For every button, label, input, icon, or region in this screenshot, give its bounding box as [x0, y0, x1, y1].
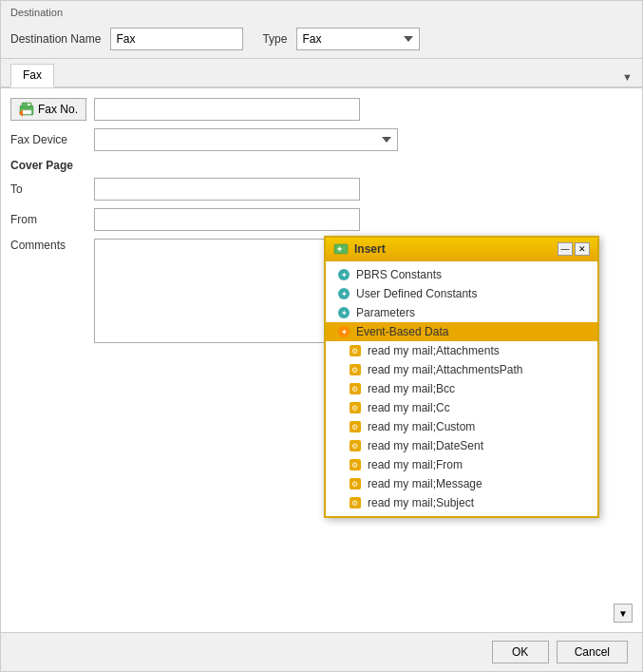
svg-text:✦: ✦	[341, 290, 348, 298]
item-label-cc: read my mail;Cc	[368, 401, 450, 414]
svg-text:⚙: ⚙	[351, 423, 358, 432]
fax-device-select[interactable]	[94, 128, 398, 151]
to-row: To	[10, 178, 633, 201]
svg-text:✦: ✦	[341, 328, 348, 336]
fax-no-input[interactable]	[94, 98, 360, 121]
item-icon-subject: ⚙	[349, 496, 362, 509]
dest-name-label: Destination Name	[10, 32, 101, 46]
item-label-message: read my mail;Message	[368, 477, 482, 490]
item-icon-datesent: ⚙	[349, 439, 362, 452]
insert-popup-body: ✦PBRS Constants✦User Defined Constants✦P…	[326, 261, 597, 516]
insert-item-pbrs[interactable]: ✦PBRS Constants	[326, 265, 597, 284]
svg-rect-2	[28, 104, 30, 106]
item-icon-cc: ⚙	[349, 401, 362, 414]
insert-popup-title: ✦ Insert	[333, 241, 386, 257]
insert-item-attachments[interactable]: ⚙read my mail;Attachments	[326, 341, 597, 360]
svg-text:⚙: ⚙	[351, 442, 358, 451]
footer-section: OK Cancel	[1, 632, 642, 671]
tab-scroll-arrow[interactable]: ▼	[622, 71, 633, 83]
item-label-bcc: read my mail;Bcc	[368, 382, 455, 395]
item-icon-udc: ✦	[337, 287, 350, 300]
insert-popup: ✦ Insert — ✕ ✦PBRS Constants✦User Define…	[324, 236, 599, 518]
svg-text:⚙: ⚙	[351, 499, 358, 508]
fax-device-label: Fax Device	[10, 133, 86, 146]
item-icon-from: ⚙	[349, 458, 362, 471]
svg-text:✦: ✦	[341, 309, 348, 317]
item-label-datesent: read my mail;DateSent	[368, 439, 483, 452]
scroll-down-btn[interactable]: ▼	[614, 604, 633, 623]
item-icon-ebd: ✦	[337, 325, 350, 338]
insert-item-datesent[interactable]: ⚙read my mail;DateSent	[326, 436, 597, 455]
insert-item-cc[interactable]: ⚙read my mail;Cc	[326, 398, 597, 417]
insert-item-subject[interactable]: ⚙read my mail;Subject	[326, 493, 597, 512]
item-label-params: Parameters	[356, 306, 415, 319]
item-icon-attachments: ⚙	[349, 344, 362, 357]
item-label-pbrs: PBRS Constants	[356, 268, 442, 281]
svg-rect-3	[22, 110, 31, 114]
window-title: Destination	[1, 1, 642, 22]
comments-label: Comments	[10, 239, 86, 252]
insert-item-attachmentspath[interactable]: ⚙read my mail;AttachmentsPath	[326, 360, 597, 379]
dest-name-input[interactable]	[110, 28, 243, 50]
item-label-udc: User Defined Constants	[356, 287, 477, 300]
item-label-attachmentspath: read my mail;AttachmentsPath	[368, 363, 522, 376]
svg-text:⚙: ⚙	[351, 404, 358, 413]
insert-item-bcc[interactable]: ⚙read my mail;Bcc	[326, 379, 597, 398]
tabs-row: Fax ▼	[1, 59, 642, 88]
from-label: From	[10, 213, 86, 226]
fax-device-row: Fax Device	[10, 128, 633, 151]
item-icon-attachmentspath: ⚙	[349, 363, 362, 376]
svg-text:⚙: ⚙	[351, 366, 358, 374]
svg-text:✦: ✦	[341, 271, 348, 279]
insert-popup-header: ✦ Insert — ✕	[326, 238, 597, 261]
cancel-button[interactable]: Cancel	[557, 641, 628, 663]
cover-page-section: Cover Page	[10, 159, 633, 172]
svg-text:⚙: ⚙	[351, 461, 358, 470]
tab-fax[interactable]: Fax	[10, 64, 54, 87]
to-input[interactable]	[94, 178, 360, 201]
svg-text:⚙: ⚙	[351, 347, 358, 355]
item-label-subject: read my mail;Subject	[368, 496, 474, 509]
item-icon-message: ⚙	[349, 477, 362, 490]
fax-no-icon	[19, 102, 34, 117]
insert-item-udc[interactable]: ✦User Defined Constants	[326, 284, 597, 303]
insert-item-ebd[interactable]: ✦Event-Based Data	[326, 322, 597, 341]
insert-popup-controls: — ✕	[558, 242, 590, 256]
svg-text:✦: ✦	[336, 245, 343, 254]
from-row: From	[10, 208, 633, 231]
insert-list: ✦PBRS Constants✦User Defined Constants✦P…	[326, 265, 597, 512]
svg-text:⚙: ⚙	[351, 385, 358, 394]
insert-icon: ✦	[333, 241, 349, 257]
item-label-from: read my mail;From	[368, 458, 463, 471]
to-label: To	[10, 182, 86, 196]
popup-minimize-btn[interactable]: —	[558, 242, 573, 256]
item-icon-bcc: ⚙	[349, 382, 362, 395]
main-container: Destination Destination Name Type Fax Em…	[0, 0, 643, 672]
item-label-custom: read my mail;Custom	[368, 420, 475, 433]
ok-button[interactable]: OK	[492, 641, 549, 663]
insert-item-custom[interactable]: ⚙read my mail;Custom	[326, 417, 597, 436]
popup-close-btn[interactable]: ✕	[575, 242, 590, 256]
type-label: Type	[262, 32, 287, 46]
content-area: Fax No. Fax Device Cover Page To From Co…	[1, 88, 642, 632]
item-icon-custom: ⚙	[349, 420, 362, 433]
fax-no-button[interactable]: Fax No.	[10, 98, 86, 121]
item-label-ebd: Event-Based Data	[356, 325, 448, 338]
fax-no-row: Fax No.	[10, 98, 633, 121]
insert-item-from[interactable]: ⚙read my mail;From	[326, 455, 597, 474]
item-label-attachments: read my mail;Attachments	[368, 344, 500, 357]
item-icon-params: ✦	[337, 306, 350, 319]
svg-text:⚙: ⚙	[351, 480, 358, 489]
from-input[interactable]	[94, 208, 360, 231]
insert-item-params[interactable]: ✦Parameters	[326, 303, 597, 322]
header-section: Destination Name Type Fax Email File Pri…	[1, 22, 642, 59]
insert-item-message[interactable]: ⚙read my mail;Message	[326, 474, 597, 493]
type-select[interactable]: Fax Email File Printer	[296, 28, 420, 50]
item-icon-pbrs: ✦	[337, 268, 350, 281]
